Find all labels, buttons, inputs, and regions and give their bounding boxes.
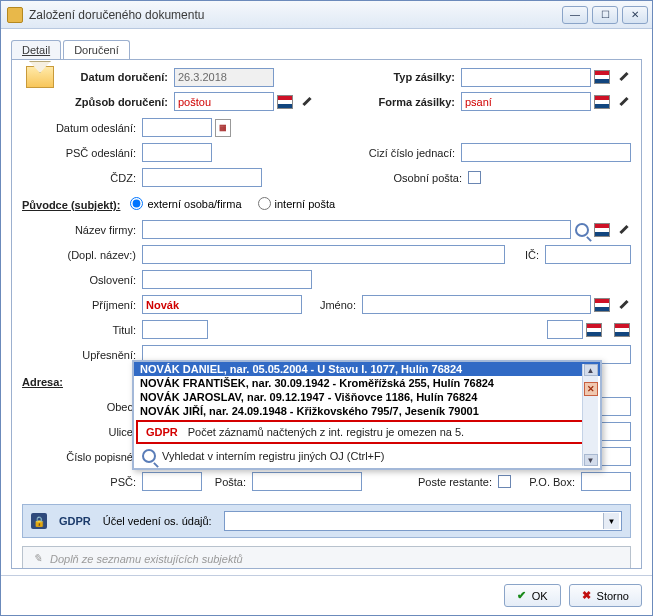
flag-icon[interactable] — [276, 93, 294, 111]
label-cdz: ČDZ: — [22, 172, 142, 184]
scroll-down-icon[interactable]: ▼ — [584, 454, 598, 466]
label-titul: Titul: — [22, 324, 142, 336]
search-icon[interactable] — [573, 221, 591, 239]
calendar-icon[interactable]: ▦ — [214, 119, 232, 137]
cizi-cislo-input[interactable] — [461, 143, 631, 162]
edit-icon[interactable] — [613, 221, 631, 239]
gdpr-limit-banner: GDPR Počet záznamů načtených z int. regi… — [136, 420, 598, 444]
label-cislo-popisne: Číslo popisné: — [22, 451, 142, 463]
osloveni-input[interactable] — [142, 270, 312, 289]
label-posta: Pošta: — [202, 476, 252, 488]
label-typ-zasilky: Typ zásilky: — [393, 71, 461, 83]
chevron-down-icon: ▼ — [603, 513, 619, 529]
close-button[interactable]: ✕ — [622, 6, 648, 24]
titul-input[interactable] — [142, 320, 208, 339]
radio-interni[interactable]: interní pošta — [258, 197, 336, 210]
flag-icon[interactable] — [593, 68, 611, 86]
label-datum-odeslani: Datum odeslání: — [22, 122, 142, 134]
titlebar: Založení doručeného dokumentu — ☐ ✕ — [1, 1, 652, 29]
flag-icon[interactable] — [593, 296, 611, 314]
dopl-nazev-input[interactable] — [142, 245, 505, 264]
jmeno-input[interactable] — [362, 295, 591, 314]
zpusob-doruceni-input[interactable] — [174, 92, 274, 111]
label-poste-restante: Poste restante: — [418, 476, 498, 488]
prijmeni-input[interactable] — [142, 295, 302, 314]
edit-icon[interactable] — [296, 93, 314, 111]
flag-icon[interactable] — [613, 321, 631, 339]
label-osloveni: Oslovení: — [22, 274, 142, 286]
label-pobox: P.O. Box: — [511, 476, 581, 488]
titul2-input[interactable] — [547, 320, 583, 339]
label-ulice: Ulice: — [22, 426, 142, 438]
edit-icon[interactable] — [613, 296, 631, 314]
forma-zasilky-input[interactable] — [461, 92, 591, 111]
ok-button[interactable]: ✔OK — [504, 584, 561, 607]
fill-from-list-button[interactable]: ✎ Doplň ze seznamu existujících subjektů — [22, 546, 631, 569]
psc-input[interactable] — [142, 472, 202, 491]
label-cizi-cislo: Cizí číslo jednací: — [369, 147, 461, 159]
edit-icon[interactable] — [613, 68, 631, 86]
label-osobni-posta: Osobní pošta: — [394, 172, 469, 184]
dropdown-item[interactable]: NOVÁK JIŘÍ, nar. 24.09.1948 - Křižkovské… — [134, 404, 600, 418]
tab-detail[interactable]: Detail — [11, 40, 61, 59]
autocomplete-dropdown: NOVÁK DANIEL, nar. 05.05.2004 - U Stavu … — [132, 360, 602, 470]
datum-doruceni-input[interactable] — [174, 68, 274, 87]
storno-button[interactable]: ✖Storno — [569, 584, 642, 607]
dropdown-item[interactable]: NOVÁK JAROSLAV, nar. 09.12.1947 - Višňov… — [134, 390, 600, 404]
label-psc-odeslani: PSČ odeslání: — [22, 147, 142, 159]
minimize-button[interactable]: — — [562, 6, 588, 24]
app-icon — [7, 7, 23, 23]
dropdown-item[interactable]: NOVÁK DANIEL, nar. 05.05.2004 - U Stavu … — [134, 362, 600, 376]
flag-icon[interactable] — [593, 221, 611, 239]
mail-icon — [26, 66, 54, 88]
label-ucel: Účel vedení os. údajů: — [103, 515, 212, 527]
label-datum-doruceni: Datum doručení: — [64, 71, 174, 83]
dropdown-item[interactable]: NOVÁK FRANTIŠEK, nar. 30.09.1942 - Kromě… — [134, 376, 600, 390]
gdpr-panel: 🔒 GDPR Účel vedení os. údajů: ▼ — [22, 504, 631, 538]
posta-input[interactable] — [252, 472, 362, 491]
tab-doruceni[interactable]: Doručení — [63, 40, 130, 60]
label-nazev-firmy: Název firmy: — [22, 224, 142, 236]
dropdown-scrollbar[interactable]: ▲ ✕ ▼ — [582, 364, 598, 466]
edit-icon[interactable] — [613, 93, 631, 111]
maximize-button[interactable]: ☐ — [592, 6, 618, 24]
pobox-input[interactable] — [581, 472, 631, 491]
search-icon — [142, 449, 156, 463]
ic-input[interactable] — [545, 245, 631, 264]
ucel-combo[interactable]: ▼ — [224, 511, 622, 531]
flag-icon[interactable] — [593, 93, 611, 111]
wand-icon: ✎ — [33, 552, 42, 565]
label-zpusob-doruceni: Způsob doručení: — [64, 96, 174, 108]
osobni-posta-checkbox[interactable] — [468, 171, 481, 184]
psc-odeslani-input[interactable] — [142, 143, 212, 162]
typ-zasilky-input[interactable] — [461, 68, 591, 87]
label-obec: Obec: — [22, 401, 142, 413]
label-forma-zasilky: Forma zásilky: — [379, 96, 461, 108]
label-ic: IČ: — [505, 249, 545, 261]
window-title: Založení doručeného dokumentu — [29, 8, 204, 22]
flag-icon[interactable] — [585, 321, 603, 339]
label-dopl-nazev: (Dopl. název:) — [22, 249, 142, 261]
radio-externi[interactable]: externí osoba/firma — [130, 197, 241, 210]
label-upresneni: Upřesnění: — [22, 349, 142, 361]
label-psc: PSČ: — [22, 476, 142, 488]
section-puvodce: Původce (subjekt): — [22, 199, 120, 211]
nazev-firmy-input[interactable] — [142, 220, 571, 239]
dropdown-search-row[interactable]: Vyhledat v interním registru jiných OJ (… — [134, 444, 600, 468]
dropdown-close-button[interactable]: ✕ — [584, 382, 598, 396]
scroll-up-icon[interactable]: ▲ — [584, 364, 598, 376]
lock-icon: 🔒 — [31, 513, 47, 529]
poste-restante-checkbox[interactable] — [498, 475, 511, 488]
label-prijmeni: Příjmení: — [22, 299, 142, 311]
cdz-input[interactable] — [142, 168, 262, 187]
gdpr-title: GDPR — [59, 515, 91, 527]
section-adresa: Adresa: — [22, 376, 63, 388]
label-jmeno: Jméno: — [302, 299, 362, 311]
datum-odeslani-input[interactable] — [142, 118, 212, 137]
